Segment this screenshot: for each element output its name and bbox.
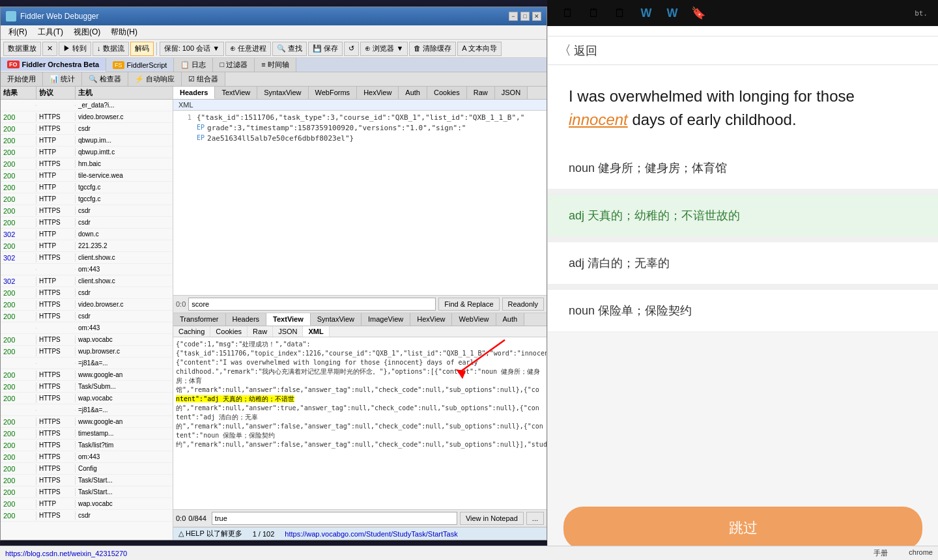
session-row[interactable]: 200 HTTPS hm.baic xyxy=(1,158,173,170)
replay-btn[interactable]: 数据重放 xyxy=(3,42,41,56)
session-row[interactable]: 200 HTTPS www.google-an xyxy=(1,369,173,381)
session-row[interactable]: 200 HTTPS wap.vocabc xyxy=(1,334,173,346)
tab-stats[interactable]: 📊 统计 xyxy=(43,72,82,86)
session-row[interactable]: 200 HTTPS Task/Subm... xyxy=(1,381,173,393)
tab-headers[interactable]: Headers xyxy=(173,87,215,99)
text-btn[interactable]: A 文本向导 xyxy=(457,42,502,56)
session-row[interactable]: 302 HTTP client.show.c xyxy=(1,275,173,287)
session-row[interactable]: 200 HTTP qbwup.imtt.c xyxy=(1,147,173,158)
resp-tab-syntaxview[interactable]: SyntaxView xyxy=(311,313,362,326)
session-row[interactable]: 200 HTTPS video.browser.c xyxy=(1,111,173,123)
session-row[interactable]: 200 HTTPS Task/Start... xyxy=(1,486,173,498)
tab-inspector[interactable]: 🔍 检查器 xyxy=(82,72,128,86)
close-btn[interactable]: ✕ xyxy=(532,12,541,21)
session-row[interactable]: 200 HTTPS www.google-an xyxy=(1,416,173,428)
find-replace-btn[interactable]: Find & Replace xyxy=(438,298,499,311)
desktop-icon-word[interactable]: W xyxy=(636,3,657,23)
session-row[interactable]: 200 HTTPS csdr xyxy=(1,287,173,299)
tab-syntaxview[interactable]: SyntaxView xyxy=(257,87,308,99)
session-row[interactable]: om:443 xyxy=(1,322,173,334)
menu-help[interactable]: 帮助(H) xyxy=(106,25,143,39)
choice-item-2[interactable]: adj 天真的；幼稚的；不谙世故的 xyxy=(548,195,938,237)
session-row[interactable]: 200 HTTPS wap.vocabc xyxy=(1,393,173,404)
view-notepad-btn[interactable]: View in Notepad xyxy=(460,512,524,525)
find-btn[interactable]: 🔍 查找 xyxy=(272,42,307,56)
session-row[interactable]: 302 HTTPS client.show.c xyxy=(1,252,173,264)
jump-button[interactable]: 跳过 xyxy=(563,507,922,550)
decode-btn[interactable]: 解码 xyxy=(130,42,154,56)
choice-item-3[interactable]: adj 清白的；无辜的 xyxy=(548,242,938,285)
session-row[interactable]: 200 HTTPS wup.browser.c xyxy=(1,346,173,357)
resp-tab-headers[interactable]: Headers xyxy=(226,313,267,326)
desktop-icon-3[interactable]: 🗒 xyxy=(610,3,631,23)
session-row[interactable]: 302 HTTP down.c xyxy=(1,229,173,240)
session-row[interactable]: 200 HTTPS csdr xyxy=(1,205,173,217)
session-row[interactable]: 200 HTTP tile-service.wea xyxy=(1,170,173,182)
clear-btn[interactable]: 🗑 清除缓存 xyxy=(409,42,456,56)
tab-log[interactable]: 📋 日志 xyxy=(174,58,213,72)
session-row[interactable]: 200 HTTPS Task/list?tim xyxy=(1,440,173,451)
tab-raw[interactable]: Raw xyxy=(467,87,495,99)
minimize-btn[interactable]: − xyxy=(509,12,518,21)
tab-cookies[interactable]: Cookies xyxy=(427,87,467,99)
session-row[interactable]: _er_data?i... xyxy=(1,100,173,111)
tab-filter[interactable]: □ 过滤器 xyxy=(213,58,255,72)
menu-tools[interactable]: 工具(T) xyxy=(33,25,68,39)
resp-tab-transformer[interactable]: Transformer xyxy=(173,313,226,326)
resp-subtab-xml[interactable]: XML xyxy=(303,326,329,337)
session-row[interactable]: 200 HTTPS csdr xyxy=(1,311,173,322)
session-row[interactable]: =j81&a=... xyxy=(1,404,173,416)
resp-subtab-caching[interactable]: Caching xyxy=(173,326,210,337)
session-row[interactable]: 200 HTTPS csdr xyxy=(1,217,173,229)
refresh-btn[interactable]: ↺ xyxy=(344,42,359,56)
tab-fiddlerscript[interactable]: FS FiddlerScript xyxy=(106,58,174,72)
extra-btn[interactable]: ... xyxy=(526,512,544,525)
tab-timeline[interactable]: ≡ 时间轴 xyxy=(255,58,296,72)
resp-subtab-cookies[interactable]: Cookies xyxy=(210,326,248,337)
tab-composer[interactable]: ☑ 组合器 xyxy=(182,72,225,86)
desktop-icon-2[interactable]: 🗒 xyxy=(584,3,604,23)
session-row[interactable]: 200 HTTPS om:443 xyxy=(1,451,173,463)
close-btn2[interactable]: ✕ xyxy=(42,42,57,56)
session-row[interactable]: 200 HTTPS Config xyxy=(1,463,173,475)
tab-fo-beta[interactable]: FO Fiddler Orchestra Beta xyxy=(1,58,106,72)
session-row[interactable]: 200 HTTP 221.235.2 xyxy=(1,240,173,252)
readonly-btn[interactable]: Readonly xyxy=(502,298,544,311)
session-row[interactable]: 200 HTTPS csdr xyxy=(1,510,173,522)
session-row[interactable]: om:443 xyxy=(1,264,173,275)
browser-btn[interactable]: ⊕ 浏览器 ▼ xyxy=(360,42,408,56)
bottom-find-input[interactable] xyxy=(212,512,457,525)
desktop-icon-bookmark[interactable]: 🔖 xyxy=(688,3,709,23)
resp-tab-textview[interactable]: TextView xyxy=(266,313,311,326)
sessions-list[interactable]: _er_data?i... 200 HTTPS video.browser.c … xyxy=(1,100,173,540)
choice-item-4[interactable]: noun 保险单；保险契约 xyxy=(548,290,938,332)
xml-code-area[interactable]: 1 {"task_id":1511706,"task_type":3,"cour… xyxy=(173,111,547,295)
tab-webforms[interactable]: WebForms xyxy=(309,87,358,99)
back-button[interactable]: 〈 返回 xyxy=(548,36,938,65)
desktop-icon-1[interactable]: 🗒 xyxy=(558,3,578,23)
resp-tab-auth[interactable]: Auth xyxy=(496,313,525,326)
session-row[interactable]: 200 HTTP wap.vocabc xyxy=(1,498,173,510)
tab-autoresponse[interactable]: ⚡ 自动响应 xyxy=(128,72,182,86)
find-input[interactable] xyxy=(188,298,436,311)
resp-tab-hexview[interactable]: HexView xyxy=(410,313,452,326)
session-row[interactable]: 200 HTTP tgccfg.c xyxy=(1,193,173,205)
session-row[interactable]: 200 HTTP tgccfg.c xyxy=(1,182,173,193)
process-btn[interactable]: ⊕ 任意进程 xyxy=(225,42,271,56)
tab-json[interactable]: JSON xyxy=(495,87,528,99)
tab-hexview[interactable]: HexView xyxy=(357,87,399,99)
choice-item-1[interactable]: noun 健身所；健身房；体育馆 xyxy=(548,147,938,189)
session-row[interactable]: 200 HTTPS Task/Start... xyxy=(1,475,173,486)
resp-tab-imageview[interactable]: ImageView xyxy=(362,313,410,326)
response-code[interactable]: {"code":1,"msg":"处理成功！","data":{"task_id… xyxy=(173,337,547,509)
session-row[interactable]: 200 HTTPS video.browser.c xyxy=(1,299,173,311)
session-row[interactable]: =j81&a=... xyxy=(1,357,173,369)
goto-btn[interactable]: ▶ 转到 xyxy=(59,42,91,56)
keep-btn[interactable]: 保留: 100 会话 ▼ xyxy=(160,42,224,56)
menu-view[interactable]: 视图(O) xyxy=(68,25,106,39)
save-btn[interactable]: 💾 保存 xyxy=(308,42,343,56)
resp-subtab-raw[interactable]: Raw xyxy=(248,326,273,337)
tab-kaishi[interactable]: 开始使用 xyxy=(1,72,43,86)
desktop-icon-word2[interactable]: W xyxy=(662,3,683,23)
session-row[interactable]: 200 HTTPS csdr xyxy=(1,123,173,135)
